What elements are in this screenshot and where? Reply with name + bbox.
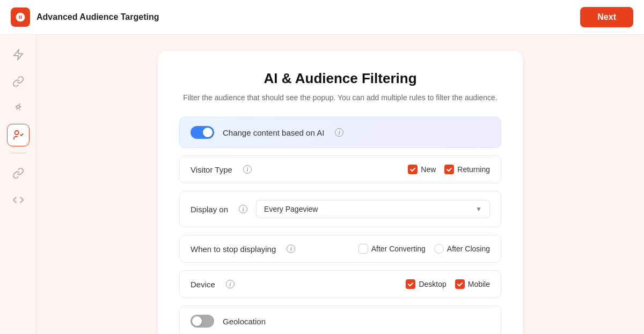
stop-displaying-info-icon[interactable]: i [287,244,295,253]
geolocation-toggle[interactable] [191,315,214,328]
sidebar-item-code[interactable] [7,189,30,211]
sidebar-item-spark[interactable] [7,43,30,66]
svg-point-1 [14,131,18,135]
visitor-new-box [408,165,418,174]
sidebar-item-magic[interactable] [7,97,30,120]
geolocation-row: Geolocation [179,306,501,334]
device-mobile-label: Mobile [468,280,490,288]
device-info-icon[interactable]: i [226,280,235,288]
after-closing-label: After Closing [447,244,490,253]
sidebar-divider [10,153,26,153]
display-on-card: Display on i Every Pageview ▼ [179,191,501,227]
visitor-returning-box [444,165,454,174]
sidebar-item-chain[interactable] [7,162,30,184]
display-on-label: Display on [191,205,228,214]
after-converting-box [358,244,368,254]
device-checkboxes: Desktop Mobile [406,279,490,289]
visitor-type-card: Visitor Type i New Returning [179,155,501,183]
after-closing-box [434,244,444,254]
device-mobile-box [455,279,465,289]
logo-icon [11,8,30,27]
page-title: AI & Audience Filtering [179,70,501,87]
ai-toggle-thumb [203,128,213,137]
display-on-info-icon[interactable]: i [239,205,247,213]
geolocation-toggle-wrap[interactable] [191,315,214,328]
main-content: AI & Audience Filtering Filter the audie… [158,51,523,334]
display-on-select-wrap: Every Pageview ▼ [256,200,490,218]
device-label: Device [191,280,215,289]
device-mobile-checkbox[interactable]: Mobile [455,279,490,289]
after-closing-checkbox[interactable]: After Closing [434,244,490,254]
after-converting-checkbox[interactable]: After Converting [358,244,426,254]
header-left: Advanced Audience Targeting [11,8,159,27]
display-on-select[interactable]: Every Pageview ▼ [256,200,490,218]
device-desktop-box [406,279,415,289]
layout: AI & Audience Filtering Filter the audie… [0,35,644,334]
geolocation-label: Geolocation [223,317,266,326]
stop-displaying-label: When to stop displaying [191,244,276,254]
page-header-title: Advanced Audience Targeting [36,12,159,22]
ai-toggle-label: Change content based on AI [223,128,324,137]
header: Advanced Audience Targeting Next [0,0,644,35]
visitor-new-label: New [421,165,436,174]
device-card: Device i Desktop Mobile [179,270,501,298]
ai-toggle-card: Change content based on AI i [179,117,501,148]
visitor-type-info-icon[interactable]: i [243,165,252,174]
next-button[interactable]: Next [580,7,633,27]
visitor-type-checkboxes: New Returning [408,165,490,174]
display-on-value: Every Pageview [264,205,318,213]
svg-marker-0 [13,50,23,60]
chevron-down-icon: ▼ [475,205,482,213]
visitor-returning-label: Returning [457,165,490,174]
ai-toggle[interactable] [191,126,214,139]
geolocation-toggle-thumb [192,316,202,326]
sidebar-item-link[interactable] [7,70,30,93]
stop-displaying-card: When to stop displaying i After Converti… [179,235,501,263]
device-desktop-label: Desktop [419,280,446,288]
stop-displaying-checkboxes: After Converting After Closing [358,244,490,254]
visitor-returning-checkbox[interactable]: Returning [444,165,490,174]
ai-info-icon[interactable]: i [335,128,343,137]
sidebar [0,35,36,334]
after-converting-label: After Converting [371,244,426,253]
device-desktop-checkbox[interactable]: Desktop [406,279,446,289]
visitor-type-label: Visitor Type [191,165,232,174]
ai-toggle-wrap[interactable] [191,126,214,139]
right-panel: AI & Audience Filtering Filter the audie… [36,35,644,334]
page-subtitle: Filter the audience that should see the … [179,93,501,102]
visitor-new-checkbox[interactable]: New [408,165,436,174]
sidebar-item-audience[interactable] [7,124,30,146]
